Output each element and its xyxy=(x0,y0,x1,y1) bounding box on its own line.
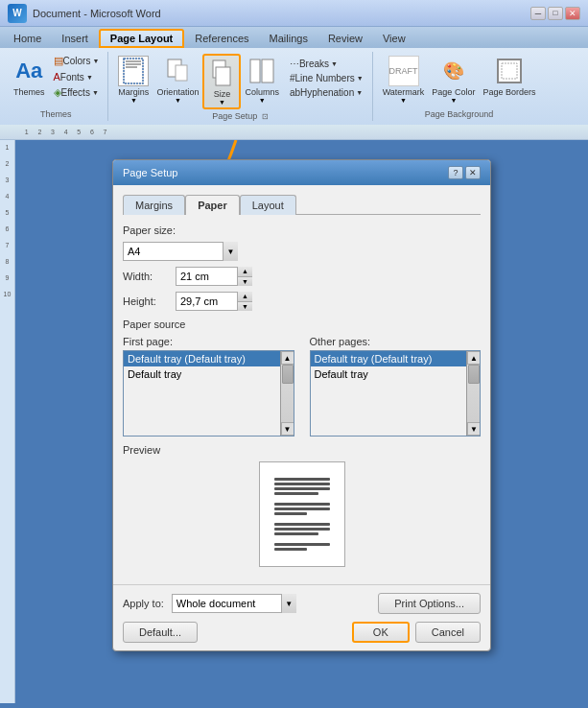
restore-btn[interactable]: □ xyxy=(548,7,563,20)
dialog-title-text: Page Setup xyxy=(123,167,178,178)
columns-label: Columns xyxy=(245,87,279,97)
colors-arrow: ▼ xyxy=(92,58,99,64)
tab-insert[interactable]: Insert xyxy=(52,29,98,48)
tab-mailings[interactable]: Mailings xyxy=(260,29,318,48)
columns-button[interactable]: Columns ▼ xyxy=(241,54,283,106)
other-scroll-down-icon[interactable]: ▼ xyxy=(467,422,481,436)
ok-button[interactable]: OK xyxy=(352,622,410,643)
default-button[interactable]: Default... xyxy=(123,622,198,643)
first-page-scrollbar[interactable]: ▲ ▼ xyxy=(280,351,294,436)
ribbon-group-page-setup: Margins ▼ Orientation ▼ Size ▼ xyxy=(108,52,372,121)
preview-box xyxy=(259,461,345,567)
margins-arrow: ▼ xyxy=(130,97,137,104)
preview-line xyxy=(274,543,330,546)
height-input-wrap: ▲ ▼ xyxy=(176,292,252,311)
page-color-button[interactable]: 🎨 Page Color ▼ xyxy=(428,54,479,106)
size-label: Size xyxy=(214,89,231,99)
preview-label: Preview xyxy=(123,444,481,456)
page-setup-dialog: Page Setup ? ✕ Margins Paper Layout xyxy=(112,159,491,651)
svg-rect-9 xyxy=(250,59,260,83)
preview-line xyxy=(274,528,330,531)
preview-line xyxy=(274,532,318,535)
first-page-label: First page: xyxy=(123,336,294,347)
other-pages-item-0[interactable]: Default tray (Default tray) xyxy=(311,351,467,366)
scroll-thumb[interactable] xyxy=(282,365,294,384)
tab-view[interactable]: View xyxy=(373,29,415,48)
paper-size-label: Paper size: xyxy=(123,224,481,236)
height-spin-up[interactable]: ▲ xyxy=(238,292,252,302)
tab-review[interactable]: Review xyxy=(318,29,372,48)
width-spin-up[interactable]: ▲ xyxy=(238,267,252,277)
first-page-item-0[interactable]: Default tray (Default tray) xyxy=(124,351,280,366)
first-page-item-1[interactable]: Default tray xyxy=(124,366,280,382)
line-numbers-button[interactable]: # Line Numbers ▼ xyxy=(287,72,366,84)
other-pages-item-1[interactable]: Default tray xyxy=(311,366,467,382)
colors-button[interactable]: ▤ Colors ▼ xyxy=(51,54,103,68)
tab-margins[interactable]: Margins xyxy=(123,195,185,215)
first-page-listbox: Default tray (Default tray) Default tray… xyxy=(123,350,294,437)
dialog-title-bar: Page Setup ? ✕ xyxy=(113,160,490,185)
tab-paper[interactable]: Paper xyxy=(185,195,240,215)
orientation-button[interactable]: Orientation ▼ xyxy=(153,54,202,106)
effects-button[interactable]: ◈ Effects ▼ xyxy=(51,85,103,100)
other-pages-scrollbar[interactable]: ▲ ▼ xyxy=(466,351,480,436)
columns-arrow: ▼ xyxy=(259,97,266,104)
fonts-button[interactable]: A Fonts ▼ xyxy=(51,70,103,83)
size-icon xyxy=(206,58,237,88)
svg-rect-10 xyxy=(262,59,273,83)
breaks-button[interactable]: ⋯ Breaks ▼ xyxy=(287,58,366,70)
preview-line xyxy=(274,548,308,551)
paper-size-select[interactable]: A4 Letter Legal xyxy=(123,242,238,261)
dialog-close-btn[interactable]: ✕ xyxy=(465,166,481,179)
dialog-buttons: Default... OK Cancel xyxy=(123,622,481,643)
page-borders-button[interactable]: Page Borders xyxy=(479,54,539,99)
ribbon-group-themes: Aa Themes ▤ Colors ▼ A Fonts ▼ ◈ Effects… xyxy=(4,52,108,121)
effects-arrow: ▼ xyxy=(92,89,99,96)
tab-home[interactable]: Home xyxy=(4,29,51,48)
page-setup-expand[interactable]: ⊡ xyxy=(262,112,269,121)
width-spin-down[interactable]: ▼ xyxy=(238,277,252,287)
print-options-button[interactable]: Print Options... xyxy=(378,593,481,614)
tab-page-layout[interactable]: Page Layout xyxy=(99,29,184,48)
page-setup-group-label: Page Setup ⊡ xyxy=(114,109,365,123)
minimize-btn[interactable]: ─ xyxy=(530,7,546,20)
breaks-arrow: ▼ xyxy=(331,60,338,67)
other-scroll-thumb[interactable] xyxy=(468,365,480,384)
app-icon: W xyxy=(8,4,27,23)
preview-line xyxy=(274,512,308,515)
other-pages-label: Other pages: xyxy=(310,336,482,347)
apply-to-row: Apply to: Whole document This section Th… xyxy=(123,593,481,614)
apply-to-select[interactable]: Whole document This section This point f… xyxy=(172,594,296,613)
colors-icon: ▤ xyxy=(54,55,63,67)
tab-references[interactable]: References xyxy=(185,29,258,48)
hyphenation-button[interactable]: ab Hyphenation ▼ xyxy=(287,86,366,99)
preview-line xyxy=(274,523,330,526)
dialog-footer: Apply to: Whole document This section Th… xyxy=(113,584,490,650)
close-btn[interactable]: ✕ xyxy=(565,7,580,20)
margins-button[interactable]: Margins ▼ xyxy=(114,54,153,106)
dialog-help-btn[interactable]: ? xyxy=(448,166,463,179)
other-pages-col: Other pages: Default tray (Default tray)… xyxy=(310,336,482,437)
scroll-down-icon[interactable]: ▼ xyxy=(281,422,294,436)
margins-label: Margins xyxy=(118,87,149,97)
size-button[interactable]: Size ▼ xyxy=(202,54,241,109)
width-label: Width: xyxy=(123,271,176,282)
themes-button[interactable]: Aa Themes xyxy=(10,54,49,99)
themes-icon: Aa xyxy=(13,56,44,86)
height-spin-down[interactable]: ▼ xyxy=(238,302,252,312)
margins-icon xyxy=(118,56,149,86)
apply-to-select-wrap: Whole document This section This point f… xyxy=(172,594,296,613)
cancel-button[interactable]: Cancel xyxy=(415,622,481,643)
watermark-button[interactable]: DRAFT Watermark ▼ xyxy=(379,54,429,106)
watermark-arrow: ▼ xyxy=(400,97,407,104)
width-row: Width: ▲ ▼ xyxy=(123,267,481,286)
preview-line xyxy=(274,492,318,495)
scroll-up-icon[interactable]: ▲ xyxy=(281,351,294,365)
ruler-horizontal: 1 2 3 4 5 6 7 xyxy=(0,125,588,140)
dialog-overlay: Page Setup ? ✕ Margins Paper Layout xyxy=(15,140,588,703)
height-row: Height: ▲ ▼ xyxy=(123,292,481,311)
height-label: Height: xyxy=(123,295,176,307)
tab-layout[interactable]: Layout xyxy=(240,195,296,215)
page-borders-label: Page Borders xyxy=(482,87,535,97)
other-scroll-up-icon[interactable]: ▲ xyxy=(467,351,481,365)
